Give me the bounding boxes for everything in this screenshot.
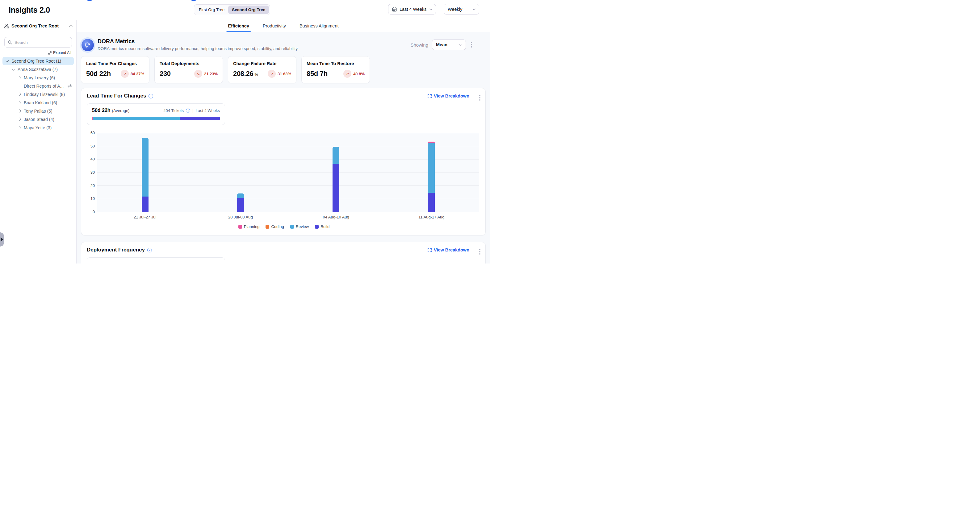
- view-breakdown-label: View Breakdown: [434, 94, 469, 98]
- tree-item[interactable]: Tony Pallas (5): [2, 107, 74, 115]
- chevron-right-icon[interactable]: [18, 101, 21, 104]
- info-icon[interactable]: i: [147, 248, 152, 252]
- y-tick-label: 40: [91, 157, 95, 161]
- tree-item[interactable]: Anna Scozzafava (7): [2, 65, 74, 73]
- sidebar-root-label: Second Org Tree Root: [11, 24, 67, 29]
- chevron-down-icon[interactable]: [12, 67, 15, 70]
- legend-swatch: [266, 225, 269, 229]
- main-area: EfficiencyProductivityBusiness Alignment…: [76, 20, 490, 264]
- tree-item-label: Direct Reports of A...: [24, 84, 64, 89]
- legend-item-planning[interactable]: Planning: [239, 224, 260, 229]
- metric-card-value: 50d 22h: [86, 70, 111, 78]
- bar-segment-review: [142, 138, 148, 197]
- deployment-view-breakdown-link[interactable]: View Breakdown: [428, 248, 469, 252]
- tab-business-alignment[interactable]: Business Alignment: [299, 20, 339, 32]
- y-tick-label: 30: [91, 170, 95, 175]
- tree-item[interactable]: Maya Yette (3): [2, 124, 74, 132]
- clipped-top-artifact: [191, 0, 196, 1]
- top-header: Insights 2.0 First Org TreeSecond Org Tr…: [0, 0, 490, 20]
- chevron-right-icon[interactable]: [18, 126, 21, 129]
- bar-segment-review: [428, 143, 435, 193]
- dora-metric-cards: Lead Time For Changes50d 22h↗84.37%Total…: [81, 56, 486, 83]
- collapse-panel-chevron-icon[interactable]: [69, 25, 72, 28]
- metric-card-unit: %: [255, 72, 258, 77]
- stacked-bar[interactable]: [142, 138, 148, 212]
- tree-item-label: Lindsay Liszewski (8): [24, 92, 65, 97]
- metric-card-value: 208.26: [233, 70, 253, 78]
- deployment-frequency-card: Deployment Frequency i View Breakdown: [81, 242, 486, 264]
- date-range-dropdown[interactable]: Last 4 Weeks: [388, 4, 436, 14]
- metric-trend-badge: ↘21.23%: [194, 70, 218, 78]
- chevron-right-icon[interactable]: [18, 110, 21, 113]
- metric-card-title: Mean Time To Restore: [307, 61, 364, 66]
- chevron-right-icon[interactable]: [18, 118, 21, 121]
- search-icon: [8, 40, 12, 44]
- info-icon[interactable]: i: [186, 109, 190, 113]
- sidebar-header: Second Org Tree Root: [0, 20, 76, 32]
- chart-x-axis: 21 Jul-27 Jul28 Jul-03 Aug04 Aug-10 Aug1…: [97, 215, 479, 219]
- tree-item[interactable]: Mary Lowery (6): [2, 73, 74, 82]
- granularity-value: Weekly: [448, 7, 470, 12]
- chart-bar-slot: [384, 133, 479, 212]
- chart-bar-slot: [97, 133, 192, 212]
- tree-item[interactable]: Second Org Tree Root (1): [2, 57, 74, 65]
- summary-qualifier: (Average): [112, 108, 130, 113]
- org-tab-second-org-tree[interactable]: Second Org Tree: [228, 6, 269, 14]
- content: DORA Metrics DORA metrics measure softwa…: [76, 32, 490, 264]
- tree-item[interactable]: Direct Reports of A...: [2, 82, 74, 90]
- org-tab-first-org-tree[interactable]: First Org Tree: [195, 6, 228, 14]
- expand-all-button[interactable]: Expand All: [5, 51, 71, 55]
- metric-card: Total Deployments230↘21.23%: [154, 56, 223, 83]
- tree-item[interactable]: Jason Stead (4): [2, 115, 74, 124]
- x-tick-label: 11 Aug-17 Aug: [384, 215, 479, 219]
- legend-label: Review: [296, 224, 309, 229]
- sidebar-collapse-handle[interactable]: [0, 232, 4, 246]
- chevron-down-icon: [460, 43, 463, 46]
- tree-item-label: Maya Yette (3): [24, 125, 52, 130]
- metric-trend-badge: ↗84.37%: [121, 70, 144, 78]
- chevron-down-icon[interactable]: [6, 59, 9, 62]
- legend-swatch: [315, 225, 319, 229]
- showing-dropdown[interactable]: Mean: [432, 40, 466, 50]
- metric-card-title: Lead Time For Changes: [86, 61, 144, 66]
- stacked-bar[interactable]: [332, 147, 339, 212]
- x-tick-label: 04 Aug-10 Aug: [288, 215, 384, 219]
- filter-sliders-icon[interactable]: [67, 84, 72, 88]
- bar-segment-build: [237, 198, 244, 212]
- dora-kebab-menu[interactable]: [469, 41, 473, 49]
- org-tree: Second Org Tree Root (1)Anna Scozzafava …: [0, 57, 76, 132]
- x-tick-label: 21 Jul-27 Jul: [97, 215, 192, 219]
- legend-swatch: [290, 225, 294, 229]
- lead-time-kebab-menu[interactable]: [478, 94, 482, 102]
- chevron-right-icon[interactable]: [18, 93, 21, 96]
- tree-item[interactable]: Lindsay Liszewski (8): [2, 90, 74, 98]
- legend-item-review[interactable]: Review: [290, 224, 309, 229]
- legend-item-build[interactable]: Build: [315, 224, 329, 229]
- tab-efficiency[interactable]: Efficiency: [228, 20, 250, 32]
- phase-segment-build: [180, 117, 220, 120]
- legend-label: Planning: [244, 224, 260, 229]
- chevron-down-icon: [473, 7, 476, 11]
- tree-item[interactable]: Brian Kirkland (6): [2, 98, 74, 107]
- tab-productivity[interactable]: Productivity: [263, 20, 286, 32]
- metric-trend-value: 40.8%: [353, 71, 364, 76]
- deployment-kebab-menu[interactable]: [478, 248, 482, 256]
- y-tick-label: 0: [92, 210, 95, 214]
- stacked-bar[interactable]: [428, 141, 435, 212]
- lead-time-view-breakdown-link[interactable]: View Breakdown: [428, 94, 469, 98]
- bar-segment-build: [142, 197, 148, 212]
- stacked-bar[interactable]: [237, 194, 244, 212]
- granularity-dropdown[interactable]: Weekly: [444, 4, 479, 14]
- sidebar-search[interactable]: [4, 37, 72, 48]
- info-icon[interactable]: i: [148, 94, 153, 98]
- legend-item-coding[interactable]: Coding: [266, 224, 284, 229]
- tree-item-label: Jason Stead (4): [24, 117, 54, 122]
- summary-value: 50d 22h: [92, 108, 111, 113]
- deployment-summary: [87, 257, 225, 264]
- trend-up-arrow-icon: ↗: [268, 70, 276, 78]
- chevron-right-icon[interactable]: [18, 76, 21, 79]
- lead-time-chart: 0102030405060 21 Jul-27 Jul28 Jul-03 Aug…: [89, 133, 479, 229]
- chart-bar-slot: [288, 133, 384, 212]
- calendar-icon: [392, 7, 397, 12]
- search-input[interactable]: [14, 40, 68, 45]
